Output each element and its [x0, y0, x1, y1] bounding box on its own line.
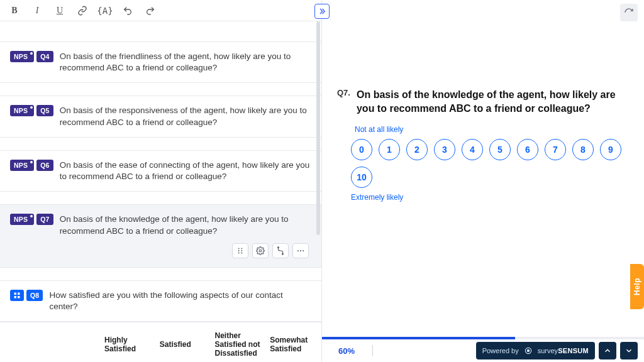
svg-point-9 — [297, 250, 299, 251]
powered-by-brand[interactable]: Powered by surveySENSUM — [476, 342, 595, 359]
settings-button[interactable] — [252, 243, 269, 258]
preview-question-number: Q7. — [337, 88, 350, 97]
nps-option[interactable]: 8 — [572, 139, 594, 160]
matrix-column-header: Neither Satisfied not Dissatisfied — [211, 322, 267, 362]
matrix-question: Highly Satisfied Satisfied Neither Satis… — [0, 322, 321, 362]
svg-point-10 — [300, 250, 301, 251]
svg-point-2 — [238, 252, 240, 253]
nps-scale: 0 1 2 3 4 5 6 7 8 9 10 — [351, 139, 621, 188]
svg-rect-14 — [14, 296, 17, 299]
question-card[interactable]: NPS Q4 On basis of the friendliness of t… — [0, 41, 321, 83]
brand-text-1: survey — [538, 347, 558, 354]
nps-option[interactable]: 10 — [351, 167, 372, 188]
nps-option[interactable]: 2 — [406, 139, 428, 160]
refresh-preview-button[interactable] — [620, 4, 638, 21]
svg-rect-13 — [18, 292, 20, 295]
nps-option[interactable]: 5 — [489, 139, 511, 160]
nps-option[interactable]: 4 — [462, 139, 483, 160]
link-button[interactable] — [77, 5, 88, 16]
question-type-badge: NPS — [10, 214, 34, 225]
svg-point-4 — [241, 250, 242, 251]
svg-point-1 — [238, 250, 240, 251]
next-question-button[interactable] — [620, 342, 638, 359]
svg-point-5 — [241, 252, 242, 253]
matrix-column-header: Somewhat Satisfied — [266, 322, 321, 362]
preview-question-text: On basis of the knowledge of the agent, … — [357, 88, 629, 116]
question-text: On basis of the knowledge of the agent, … — [60, 214, 311, 236]
question-list: NPS Q4 On basis of the friendliness of t… — [0, 41, 321, 362]
undo-button[interactable] — [122, 5, 133, 16]
svg-point-8 — [282, 253, 284, 255]
nps-option[interactable]: 6 — [517, 139, 538, 160]
collapse-preview-button[interactable] — [314, 4, 330, 19]
svg-point-11 — [303, 250, 304, 251]
nps-option[interactable]: 7 — [545, 139, 566, 160]
question-number-badge: Q8 — [26, 290, 43, 301]
divider — [372, 345, 373, 356]
left-editor-panel: B I U {A} NPS Q4 On basis of the friendl… — [0, 0, 322, 362]
nps-option[interactable]: 1 — [379, 139, 400, 160]
question-number-badge: Q7 — [36, 214, 53, 225]
prev-question-button[interactable] — [599, 342, 616, 359]
question-type-badge: NPS — [10, 105, 34, 116]
svg-point-0 — [238, 248, 240, 249]
svg-rect-12 — [14, 292, 17, 295]
editor-toolbar: B I U {A} — [0, 0, 321, 21]
more-button[interactable] — [292, 243, 309, 258]
question-text: On basis of the responsiveness of the ag… — [60, 105, 311, 128]
underline-button[interactable]: U — [54, 5, 65, 16]
question-text: How satisfied are you with the following… — [49, 290, 311, 312]
svg-rect-15 — [18, 296, 20, 299]
nps-option[interactable]: 9 — [600, 139, 621, 160]
question-type-badge: NPS — [10, 51, 34, 62]
nps-low-label: Not at all likely — [355, 125, 629, 134]
svg-point-3 — [241, 248, 242, 249]
nps-option[interactable]: 3 — [434, 139, 455, 160]
variable-button[interactable]: {A} — [99, 5, 111, 16]
nps-option[interactable]: 0 — [351, 139, 372, 160]
right-preview-panel: Q7. On basis of the knowledge of the age… — [322, 0, 644, 362]
help-tab[interactable]: Help — [630, 264, 644, 309]
logic-button[interactable] — [272, 243, 289, 258]
question-card-selected[interactable]: NPS Q7 On basis of the knowledge of the … — [0, 204, 321, 267]
question-card[interactable]: NPS Q5 On basis of the responsiveness of… — [0, 96, 321, 137]
drag-handle[interactable] — [232, 243, 248, 258]
matrix-column-header: Highly Satisfied — [101, 322, 156, 362]
preview-footer: 60% Powered by surveySENSUM — [322, 339, 644, 362]
progress-percent: 60% — [338, 346, 370, 356]
svg-point-7 — [278, 247, 279, 248]
question-number-badge: Q6 — [36, 160, 53, 171]
powered-by-label: Powered by — [482, 347, 519, 354]
bold-button[interactable]: B — [9, 5, 20, 16]
question-card[interactable]: NPS Q6 On basis of the ease of connectin… — [0, 150, 321, 192]
question-type-icon — [10, 290, 24, 301]
preview-body: Q7. On basis of the knowledge of the age… — [337, 88, 629, 334]
question-type-badge: NPS — [10, 160, 34, 171]
matrix-column-header: Satisfied — [156, 322, 211, 362]
redo-button[interactable] — [145, 5, 156, 16]
svg-point-6 — [259, 250, 262, 252]
question-text: On basis of the ease of connecting of th… — [60, 160, 311, 182]
question-text: On basis of the friendliness of the agen… — [60, 51, 311, 74]
brand-text-2: SENSUM — [558, 347, 589, 354]
nps-high-label: Extremely likely — [351, 193, 629, 202]
svg-point-17 — [527, 349, 530, 352]
question-card[interactable]: Q8 How satisfied are you with the follow… — [0, 280, 321, 322]
question-number-badge: Q5 — [36, 105, 53, 116]
question-actions — [10, 243, 311, 258]
italic-button[interactable]: I — [31, 5, 43, 16]
question-number-badge: Q4 — [36, 51, 53, 62]
brand-logo-icon — [524, 346, 533, 355]
scrollbar-thumb[interactable] — [316, 21, 320, 235]
